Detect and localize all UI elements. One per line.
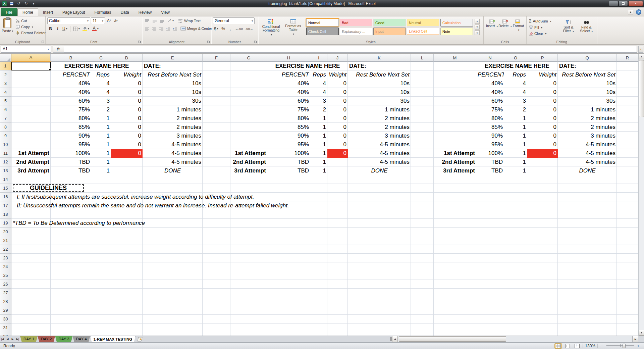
zoom-slider[interactable]: − + xyxy=(600,344,641,348)
cell-N11[interactable]: 100% xyxy=(476,149,504,158)
cell-D2[interactable]: Weight xyxy=(111,70,143,79)
page-break-preview-button[interactable] xyxy=(573,343,581,349)
cell-style-calculation[interactable]: Calculation xyxy=(440,19,473,27)
decrease-indent-button[interactable] xyxy=(165,25,171,32)
cell-style-input[interactable]: Input xyxy=(373,28,406,35)
row-header-14[interactable]: 14 xyxy=(0,175,11,184)
insert-worksheet-button[interactable] xyxy=(136,336,144,342)
cell-J10[interactable]: 0 xyxy=(327,140,348,149)
cell-H10[interactable]: 95% xyxy=(267,140,310,149)
cell-C5[interactable]: 3 xyxy=(91,97,111,105)
row-header-10[interactable]: 10 xyxy=(0,140,11,149)
cell-O5[interactable]: 3 xyxy=(504,97,527,105)
cell-K2[interactable]: Rest Before Next Set xyxy=(348,70,411,79)
cell-H9[interactable]: 90% xyxy=(267,132,310,140)
cell-J6[interactable]: 0 xyxy=(327,105,348,114)
cell-H7[interactable]: 80% xyxy=(267,114,310,123)
cell-B7[interactable]: 80% xyxy=(51,114,91,123)
cell-Q3[interactable]: 10s xyxy=(558,79,617,88)
cell-M11[interactable]: 1st Attempt xyxy=(434,149,476,158)
cell-P9[interactable]: 0 xyxy=(527,132,558,140)
cell-H2[interactable]: PERCENT xyxy=(267,70,310,79)
cell-O13[interactable]: 1 xyxy=(504,166,527,175)
cell-I5[interactable]: 3 xyxy=(310,97,327,105)
cell-O3[interactable]: 4 xyxy=(504,79,527,88)
vertical-scroll-thumb[interactable] xyxy=(639,60,644,117)
cell-B1[interactable]: EXERCISE NAME HERE xyxy=(51,62,143,70)
cell-Q12[interactable]: 4-5 minutes xyxy=(558,158,617,166)
row-header-25[interactable]: 25 xyxy=(0,271,11,280)
cell-N6[interactable]: 75% xyxy=(476,105,504,114)
cell-K8[interactable]: 2 minutes xyxy=(348,123,411,132)
row-header-20[interactable]: 20 xyxy=(0,228,11,236)
comma-style-button[interactable]: , xyxy=(227,26,233,32)
active-cell-selection[interactable] xyxy=(11,62,51,70)
minimize-ribbon-button[interactable]: ▲ xyxy=(628,10,633,14)
italic-button[interactable]: I xyxy=(54,26,61,32)
cell-E7[interactable]: 2 minutes xyxy=(143,114,203,123)
borders-button[interactable]: ▾ xyxy=(72,26,81,32)
row-header-19[interactable]: 19 xyxy=(0,219,11,228)
cell-A11[interactable]: 1st Attempt xyxy=(11,149,51,158)
help-icon[interactable]: ? xyxy=(636,9,641,15)
cell-O6[interactable]: 2 xyxy=(504,105,527,114)
cell-J9[interactable]: 0 xyxy=(327,132,348,140)
cell-I3[interactable]: 4 xyxy=(310,79,327,88)
cell-I11[interactable]: 1 xyxy=(310,149,327,158)
cell-Q5[interactable]: 30s xyxy=(558,97,617,105)
gallery-more-button[interactable]: ▼ xyxy=(475,30,480,35)
row-header-8[interactable]: 8 xyxy=(0,123,11,132)
cell-O7[interactable]: 1 xyxy=(504,114,527,123)
name-box[interactable]: A1▾ xyxy=(1,46,51,53)
cell-J8[interactable]: 0 xyxy=(327,123,348,132)
scroll-left-button[interactable]: ◀ xyxy=(392,336,398,342)
cell-O10[interactable]: 1 xyxy=(504,140,527,149)
fill-color-button[interactable]: ▾ xyxy=(82,26,90,32)
cell-H6[interactable]: 75% xyxy=(267,105,310,114)
cell-E11[interactable]: 4-5 minutes xyxy=(143,149,203,158)
align-center-button[interactable] xyxy=(151,25,157,32)
row-header-1[interactable]: 1 xyxy=(0,62,11,70)
cell-N9[interactable]: 90% xyxy=(476,132,504,140)
column-header-A[interactable]: A xyxy=(11,54,51,62)
align-bottom-button[interactable] xyxy=(159,17,165,24)
cell-P10[interactable]: 0 xyxy=(527,140,558,149)
cell-G13[interactable]: 3rd Attempt xyxy=(230,166,267,175)
column-header-O[interactable]: O xyxy=(504,54,527,62)
number-dialog-launcher[interactable] xyxy=(254,40,257,44)
save-button[interactable] xyxy=(8,1,14,6)
column-header-J[interactable]: J xyxy=(327,54,348,62)
cell-B12[interactable]: TBD xyxy=(51,158,91,166)
sheet-tab-day-2[interactable]: DAY 2 xyxy=(38,336,55,342)
cell-C11[interactable]: 1 xyxy=(91,149,111,158)
cell-H13[interactable]: TBD xyxy=(267,166,310,175)
tab-home[interactable]: Home xyxy=(17,8,38,16)
cell-I4[interactable]: 4 xyxy=(310,88,327,97)
cell-N2[interactable]: PERCENT xyxy=(476,70,504,79)
cell-E10[interactable]: 4-5 minutes xyxy=(143,140,203,149)
cell-M13[interactable]: 3rd Attempt xyxy=(434,166,476,175)
cell-J2[interactable]: Weight xyxy=(327,70,348,79)
cell-B8[interactable]: 85% xyxy=(51,123,91,132)
cell-C3[interactable]: 4 xyxy=(91,79,111,88)
grow-font-button[interactable]: A▴ xyxy=(106,18,112,24)
cell-Q9[interactable]: 3 minutes xyxy=(558,132,617,140)
row-header-4[interactable]: 4 xyxy=(0,88,11,97)
row-header-32[interactable]: 32 xyxy=(0,332,11,336)
paste-button[interactable]: Paste▾ xyxy=(2,17,13,35)
autosum-button[interactable]: ΣAutoSum▾ xyxy=(528,18,558,24)
font-color-button[interactable]: A ▾ xyxy=(91,26,100,32)
row-header-15[interactable]: 15 xyxy=(0,184,11,193)
cell-I9[interactable]: 1 xyxy=(310,132,327,140)
column-header-N[interactable]: N xyxy=(476,54,504,62)
wrap-text-button[interactable]: Wrap Text xyxy=(177,18,201,23)
font-dialog-launcher[interactable] xyxy=(138,40,141,44)
cell-Q13[interactable]: DONE xyxy=(558,166,617,175)
delete-cells-button[interactable]: Delete ▾ xyxy=(498,17,512,32)
cell-H5[interactable]: 60% xyxy=(267,97,310,105)
guidelines-box[interactable]: GUIDELINES xyxy=(13,184,84,192)
column-header-Q[interactable]: Q xyxy=(558,54,617,62)
cell-K1[interactable]: DATE: xyxy=(348,62,411,70)
cell-H8[interactable]: 85% xyxy=(267,123,310,132)
cell-Q10[interactable]: 4-5 minutes xyxy=(558,140,617,149)
